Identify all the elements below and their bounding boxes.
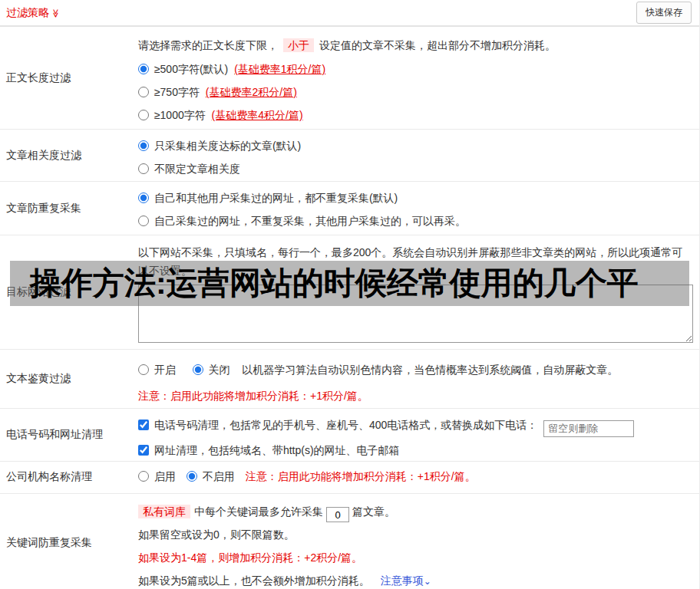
porn-filter-label: 文本鉴黄过滤 [0, 350, 138, 408]
radio-relevance-strict[interactable]: 只采集相关度达标的文章(默认) [138, 140, 301, 152]
checkbox-url-cleanup-input[interactable] [138, 445, 149, 456]
keyword-line1-mid: 中每个关键词最多允许采集 [194, 505, 323, 518]
radio-porn-on[interactable]: 开启 [138, 364, 179, 376]
checkbox-phone-cleanup-input[interactable] [138, 420, 149, 430]
keyword-dedup-content: 私有词库中每个关键词最多允许采集篇文章。 如果留空或设为0，则不限篇数。 如果设… [138, 494, 699, 589]
radio-company-off-text: 不启用 [203, 470, 235, 482]
radio-500-input[interactable] [138, 64, 149, 74]
page-title: 过滤策略 [6, 6, 49, 20]
radio-company-off[interactable]: 不启用 [187, 470, 235, 484]
keyword-line4: 如果设为5篇或以上，也不会额外增加积分消耗。 [138, 574, 370, 587]
length-filter-label: 正文长度过滤 [0, 27, 138, 129]
company-cleanup-label: 公司机构名称清理 [0, 462, 138, 493]
porn-filter-content: 开启 关闭 以机器学习算法自动识别色情内容，当色情概率达到系统阈值，自动屏蔽文章… [138, 350, 699, 408]
notice-link[interactable]: 注意事项 [381, 574, 424, 587]
radio-porn-on-input[interactable] [138, 364, 149, 375]
keyword-line2: 如果留空或设为0，则不限篇数。 [138, 523, 693, 546]
porn-filter-note: 注意：启用此功能将增加积分消耗：+1积分/篇。 [138, 385, 693, 406]
radio-company-on-input[interactable] [138, 471, 149, 482]
radio-relevance-any-input[interactable] [138, 163, 149, 174]
radio-relevance-strict-input[interactable] [138, 140, 149, 151]
checkbox-phone-cleanup-text: 电话号码清理，包括常见的手机号、座机号、400电话格式，或替换成如下电话： [154, 419, 537, 431]
row-porn-filter: 文本鉴黄过滤 开启 关闭 以机器学习算法自动识别色情内容，当色情概率达到系统阈值… [0, 350, 699, 409]
less-than-highlight: 小于 [283, 38, 314, 52]
filter-strategy-toggle[interactable]: 过滤策略 ≫ [6, 6, 61, 20]
radio-porn-off[interactable]: 关闭 [193, 364, 233, 376]
radio-porn-off-text: 关闭 [209, 364, 230, 376]
replacement-phone-input[interactable] [543, 420, 634, 437]
radio-option-750[interactable]: ≥750字符 (基础费率2积分/篇) [138, 86, 297, 98]
radio-relevance-any-text: 不限定文章相关度 [154, 163, 240, 175]
radio-dedup-all-users-input[interactable] [138, 192, 149, 203]
radio-750-input[interactable] [138, 87, 149, 97]
radio-750-fee-note: (基础费率2积分/篇) [206, 86, 297, 98]
keyword-line3: 如果设为1-4篇，则增加积分消耗：+2积分/篇。 [138, 546, 693, 569]
length-filter-desc: 请选择需求的正文长度下限，小于设定值的文章不采集，超出部分不增加积分消耗。 [138, 36, 693, 54]
radio-porn-on-text: 开启 [154, 364, 176, 376]
dedup-filter-content: 自己和其他用户采集过的网址，都不重复采集(默认) 自己采集过的网址，不重复采集，… [138, 182, 699, 235]
radio-option-500[interactable]: ≥500字符(默认) (基础费率1积分/篇) [138, 63, 325, 75]
length-filter-content: 请选择需求的正文长度下限，小于设定值的文章不采集，超出部分不增加积分消耗。 ≥5… [138, 27, 699, 129]
checkbox-phone-cleanup[interactable]: 电话号码清理，包括常见的手机号、座机号、400电话格式，或替换成如下电话： [138, 419, 540, 431]
keyword-dedup-label: 关键词防重复采集 [0, 494, 138, 589]
overlay-banner: 操作方法:运营网站的时候经常使用的几个平 [10, 261, 689, 306]
phone-cleanup-label: 电话号码和网址清理 [0, 409, 138, 461]
company-cleanup-note: 注意：启用此功能将增加积分消耗：+1积分/篇。 [246, 470, 476, 484]
radio-company-off-input[interactable] [187, 471, 197, 482]
radio-relevance-any[interactable]: 不限定文章相关度 [138, 163, 240, 175]
radio-option-1000[interactable]: ≥1000字符 (基础费率4积分/篇) [138, 109, 303, 121]
length-desc-post: 设定值的文章不采集，超出部分不增加积分消耗。 [319, 39, 556, 51]
radio-500-fee-note: (基础费率1积分/篇) [234, 63, 325, 75]
radio-dedup-all-users-text: 自己和其他用户采集过的网址，都不重复采集(默认) [154, 192, 398, 204]
overlay-banner-text: 操作方法:运营网站的时候经常使用的几个平 [30, 262, 639, 304]
length-desc-pre: 请选择需求的正文长度下限， [138, 39, 278, 51]
checkbox-url-cleanup[interactable]: 网址清理，包括纯域名、带http(s)的网址、电子邮箱 [138, 444, 400, 456]
row-length-filter: 正文长度过滤 请选择需求的正文长度下限，小于设定值的文章不采集，超出部分不增加积… [0, 27, 699, 130]
private-lexicon-tag: 私有词库 [138, 505, 190, 518]
notice-chevron-down-icon: ⌄ [424, 576, 431, 587]
radio-500-text: ≥500字符(默认) [154, 63, 228, 75]
company-cleanup-content: 启用 不启用 注意：启用此功能将增加积分消耗：+1积分/篇。 [138, 462, 699, 493]
porn-filter-desc: 以机器学习算法自动识别色情内容，当色情概率达到系统阈值，自动屏蔽文章。 [242, 364, 618, 376]
keyword-line1-end: 篇文章。 [352, 505, 395, 518]
checkbox-url-cleanup-text: 网址清理，包括纯域名、带http(s)的网址、电子邮箱 [154, 444, 400, 456]
row-company-cleanup: 公司机构名称清理 启用 不启用 注意：启用此功能将增加积分消耗：+1积分/篇。 [0, 462, 699, 494]
radio-dedup-self-only[interactable]: 自己采集过的网址，不重复采集，其他用户采集过的，可以再采。 [138, 215, 466, 227]
keyword-count-input[interactable] [326, 507, 349, 522]
radio-dedup-self-only-input[interactable] [138, 216, 149, 226]
radio-750-text: ≥750字符 [154, 86, 200, 98]
radio-1000-fee-note: (基础费率4积分/篇) [212, 109, 303, 121]
row-phone-url-cleanup: 电话号码和网址清理 电话号码清理，包括常见的手机号、座机号、400电话格式，或替… [0, 409, 699, 462]
toolbar: 过滤策略 ≫ 快速保存 [0, 0, 699, 27]
radio-relevance-strict-text: 只采集相关度达标的文章(默认) [154, 140, 301, 152]
radio-1000-text: ≥1000字符 [154, 109, 206, 121]
radio-company-on[interactable]: 启用 [138, 470, 176, 484]
radio-dedup-all-users[interactable]: 自己和其他用户采集过的网址，都不重复采集(默认) [138, 192, 398, 204]
dedup-filter-label: 文章防重复采集 [0, 182, 138, 235]
row-keyword-dedup: 关键词防重复采集 私有词库中每个关键词最多允许采集篇文章。 如果留空或设为0，则… [0, 494, 699, 589]
relevance-filter-content: 只采集相关度达标的文章(默认) 不限定文章相关度 [138, 130, 699, 181]
relevance-filter-label: 文章相关度过滤 [0, 130, 138, 181]
radio-1000-input[interactable] [138, 110, 149, 120]
quick-save-button[interactable]: 快速保存 [636, 2, 692, 24]
radio-dedup-self-only-text: 自己采集过的网址，不重复采集，其他用户采集过的，可以再采。 [154, 215, 466, 227]
filter-strategy-page: 过滤策略 ≫ 快速保存 正文长度过滤 请选择需求的正文长度下限，小于设定值的文章… [0, 0, 700, 589]
radio-company-on-text: 启用 [154, 470, 176, 482]
phone-cleanup-content: 电话号码清理，包括常见的手机号、座机号、400电话格式，或替换成如下电话： 网址… [138, 409, 699, 461]
row-dedup-filter: 文章防重复采集 自己和其他用户采集过的网址，都不重复采集(默认) 自己采集过的网… [0, 182, 699, 235]
chevron-down-icon: ≫ [51, 9, 61, 18]
row-relevance-filter: 文章相关度过滤 只采集相关度达标的文章(默认) 不限定文章相关度 [0, 130, 699, 182]
radio-porn-off-input[interactable] [193, 364, 203, 375]
